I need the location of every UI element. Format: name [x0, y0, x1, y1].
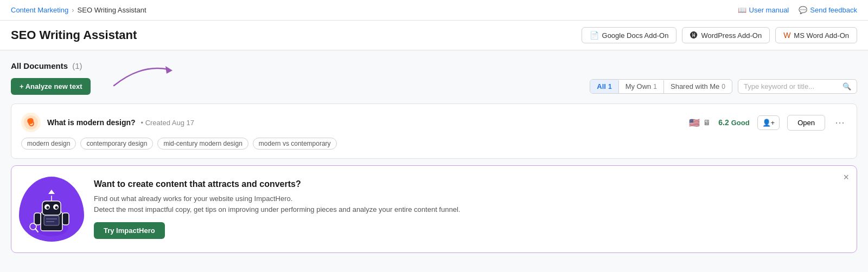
- tab-shared-count: 0: [722, 83, 725, 90]
- try-impacthero-button[interactable]: Try ImpactHero: [94, 222, 165, 239]
- tab-my-own[interactable]: My Own 1: [619, 80, 663, 93]
- wordpress-label: WordPress Add-On: [701, 31, 762, 40]
- promo-text: Want to create content that attracts and…: [94, 179, 460, 239]
- svg-point-7: [47, 206, 49, 209]
- top-bar: Content Marketing › SEO Writing Assistan…: [0, 0, 868, 21]
- wordpress-addon-button[interactable]: 🅦 WordPress Add-On: [682, 27, 770, 43]
- chat-icon: 💬: [799, 6, 807, 14]
- svg-marker-10: [48, 190, 55, 194]
- close-promo-button[interactable]: ×: [843, 172, 849, 182]
- doc-right: 🇺🇸 🖥 6.2 Good 👤+ Open ⋯: [689, 115, 847, 131]
- tab-my-own-label: My Own: [626, 82, 652, 90]
- promo-desc: Find out what already works for your web…: [94, 193, 460, 215]
- tab-my-own-count: 1: [653, 83, 657, 90]
- tag-contemporary-design: contemporary design: [80, 138, 153, 150]
- open-document-button[interactable]: Open: [787, 115, 825, 131]
- tab-shared-with-me[interactable]: Shared with Me 0: [664, 80, 732, 93]
- tag-mid-century: mid-century modern design: [157, 138, 248, 150]
- breadcrumb-separator: ›: [72, 6, 74, 14]
- send-feedback-label: Send feedback: [810, 6, 857, 14]
- user-manual-link[interactable]: 📖 User manual: [738, 6, 789, 14]
- doc-row: What is modern design? • Created Aug 17 …: [21, 113, 847, 132]
- toolbar: + Analyze new text All 1 My Own 1: [11, 78, 857, 95]
- add-collaborator-button[interactable]: 👤+: [757, 115, 780, 130]
- doc-left: What is modern design? • Created Aug 17: [21, 113, 194, 132]
- search-input[interactable]: [744, 82, 839, 90]
- tab-all-count: 1: [608, 83, 612, 90]
- user-manual-label: User manual: [749, 6, 789, 14]
- analyze-new-text-button[interactable]: + Analyze new text: [11, 78, 91, 95]
- main-content: All Documents (1) + Analyze new text All…: [0, 50, 868, 267]
- breadcrumb-home[interactable]: Content Marketing: [11, 6, 68, 14]
- flag-us-icon: 🇺🇸: [689, 118, 700, 128]
- doc-title: What is modern design?: [47, 118, 136, 127]
- all-documents-title: All Documents (1): [11, 61, 82, 70]
- svg-point-8: [55, 206, 58, 209]
- document-tags: modern design contemporary design mid-ce…: [21, 138, 847, 150]
- filter-tabs: All 1 My Own 1 Shared with Me 0: [590, 79, 732, 94]
- doc-meta: • Created Aug 17: [141, 119, 194, 127]
- search-box: 🔍: [738, 79, 857, 94]
- book-icon: 📖: [738, 6, 746, 14]
- msword-icon: W: [783, 31, 790, 40]
- more-options-button[interactable]: ⋯: [833, 116, 847, 128]
- analyze-btn-container: + Analyze new text: [11, 78, 91, 95]
- wordpress-icon: 🅦: [690, 31, 698, 40]
- tab-all-label: All: [597, 82, 606, 90]
- send-feedback-link[interactable]: 💬 Send feedback: [799, 6, 857, 14]
- google-docs-addon-button[interactable]: 📄 Google Docs Add-On: [582, 27, 677, 43]
- svg-rect-15: [44, 216, 59, 225]
- score-label: Good: [731, 119, 750, 127]
- google-docs-icon: 📄: [590, 31, 599, 40]
- tab-all[interactable]: All 1: [590, 80, 618, 93]
- tab-shared-label: Shared with Me: [671, 82, 719, 90]
- monitor-icon: 🖥: [703, 118, 711, 127]
- google-docs-label: Google Docs Add-On: [602, 31, 669, 40]
- msword-label: MS Word Add-On: [794, 31, 849, 40]
- svg-rect-11: [34, 213, 41, 225]
- header-section: SEO Writing Assistant 📄 Google Docs Add-…: [0, 21, 868, 50]
- tag-modern-design: modern design: [21, 138, 76, 150]
- page-title: SEO Writing Assistant: [11, 28, 137, 42]
- add-collaborator-icon: 👤+: [762, 119, 775, 127]
- breadcrumb-current: SEO Writing Assistant: [78, 6, 146, 14]
- msword-addon-button[interactable]: W MS Word Add-On: [775, 27, 857, 43]
- addon-buttons: 📄 Google Docs Add-On 🅦 WordPress Add-On …: [582, 27, 857, 43]
- doc-info: What is modern design? • Created Aug 17: [47, 118, 194, 127]
- search-icon: 🔍: [843, 82, 851, 90]
- promo-title: Want to create content that attracts and…: [94, 179, 460, 189]
- top-bar-actions: 📖 User manual 💬 Send feedback: [738, 6, 857, 14]
- promo-illustration: [19, 177, 84, 242]
- tag-modern-vs-contemporary: modern vs contemporary: [253, 138, 337, 150]
- document-icon: [21, 113, 41, 132]
- document-card: What is modern design? • Created Aug 17 …: [11, 103, 857, 159]
- score-badge: 6.2 Good: [718, 118, 749, 127]
- promo-card: Want to create content that attracts and…: [11, 165, 857, 253]
- filter-search: All 1 My Own 1 Shared with Me 0 🔍: [590, 79, 857, 94]
- section-header: All Documents (1): [11, 61, 857, 70]
- breadcrumb: Content Marketing › SEO Writing Assistan…: [11, 6, 146, 14]
- doc-flags: 🇺🇸 🖥: [689, 118, 711, 128]
- svg-rect-12: [62, 213, 69, 225]
- doc-count: (1): [72, 61, 82, 70]
